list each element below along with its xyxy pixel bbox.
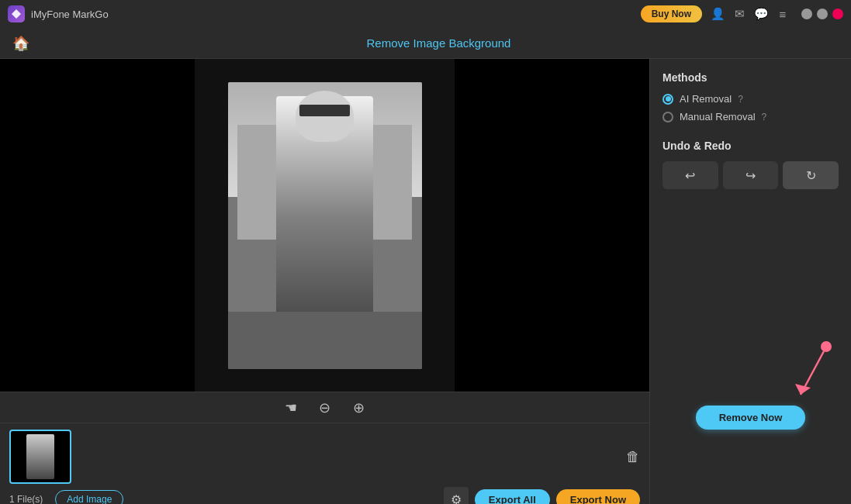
thumbnails-row: 🗑 — [9, 430, 640, 484]
ai-removal-radio-dot — [666, 96, 671, 102]
page-title: Remove Image Background — [39, 36, 839, 50]
hand-tool-button[interactable]: ☚ — [280, 397, 302, 419]
image-viewport — [0, 59, 649, 392]
add-image-button[interactable]: Add Image — [55, 490, 123, 504]
ai-removal-label: AI Removal — [680, 93, 732, 105]
chat-icon[interactable]: 💬 — [753, 7, 769, 21]
app-logo — [8, 5, 25, 22]
remove-now-area: Remove Now — [650, 393, 851, 442]
thumbnail-item[interactable] — [9, 430, 71, 484]
methods-title: Methods — [662, 71, 839, 84]
export-now-button[interactable]: Export Now — [556, 489, 640, 505]
window-controls — [801, 9, 843, 19]
manual-removal-label: Manual Removal — [680, 111, 756, 123]
close-button[interactable] — [832, 9, 843, 19]
manual-removal-option[interactable]: Manual Removal ? — [662, 111, 839, 123]
right-panel: Methods AI Removal ? Manual Removal ? Un… — [649, 59, 851, 504]
svg-line-2 — [801, 351, 824, 395]
buy-now-button[interactable]: Buy Now — [641, 5, 702, 22]
trash-icon: 🗑 — [626, 449, 640, 464]
undo-redo-section: Undo & Redo ↩ ↪ ↻ — [662, 140, 839, 189]
manual-removal-help-icon[interactable]: ? — [762, 112, 767, 123]
ai-removal-radio[interactable] — [662, 94, 673, 105]
redo-icon: ↪ — [745, 168, 756, 183]
undo-redo-title: Undo & Redo — [662, 140, 839, 152]
maximize-button[interactable] — [817, 9, 828, 19]
zoom-out-button[interactable]: ⊖ — [314, 397, 336, 419]
crowd-layer — [228, 312, 422, 369]
main-image — [228, 82, 422, 369]
left-black-panel — [0, 59, 195, 392]
minimize-button[interactable] — [801, 9, 812, 19]
person-head — [296, 91, 354, 143]
ai-removal-help-icon[interactable]: ? — [738, 94, 743, 105]
home-icon[interactable]: 🏠 — [12, 35, 29, 52]
title-icons: 👤 ✉ 💬 ≡ — [710, 7, 843, 21]
thumbnail-image — [26, 434, 54, 479]
undo-redo-buttons: ↩ ↪ ↻ — [662, 161, 839, 189]
svg-point-1 — [821, 341, 832, 352]
settings-icon: ⚙ — [451, 492, 462, 505]
user-icon[interactable]: 👤 — [710, 7, 725, 21]
refresh-button[interactable]: ↻ — [783, 161, 839, 189]
menu-icon[interactable]: ≡ — [775, 8, 790, 21]
undo-button[interactable]: ↩ — [662, 161, 718, 189]
remove-now-button[interactable]: Remove Now — [696, 406, 806, 430]
app-name: iMyFone MarkGo — [31, 9, 641, 20]
mail-icon[interactable]: ✉ — [732, 7, 747, 21]
bottom-area: 🗑 1 File(s) Add Image ⚙ Export All Expor… — [0, 423, 649, 504]
right-black-panel — [455, 59, 649, 392]
settings-button[interactable]: ⚙ — [444, 487, 469, 504]
redo-button[interactable]: ↪ — [723, 161, 779, 189]
image-controls: ☚ ⊖ ⊕ — [0, 392, 649, 423]
main-content: ☚ ⊖ ⊕ 🗑 1 File(s) Add Image — [0, 59, 851, 504]
delete-file-button[interactable]: 🗑 — [626, 449, 640, 465]
left-actions: 1 File(s) Add Image — [9, 490, 123, 504]
title-bar: iMyFone MarkGo Buy Now 👤 ✉ 💬 ≡ — [0, 0, 851, 28]
export-all-button[interactable]: Export All — [475, 489, 550, 505]
bottom-right-actions: ⚙ Export All Export Now — [444, 487, 640, 504]
manual-removal-radio[interactable] — [662, 112, 673, 123]
refresh-icon: ↻ — [806, 168, 816, 183]
svg-marker-0 — [12, 9, 21, 19]
canvas-area: ☚ ⊖ ⊕ 🗑 1 File(s) Add Image — [0, 59, 649, 504]
file-count: 1 File(s) — [9, 494, 43, 504]
toolbar: 🏠 Remove Image Background — [0, 28, 851, 59]
undo-icon: ↩ — [685, 168, 695, 183]
zoom-in-button[interactable]: ⊕ — [348, 397, 370, 419]
person-glasses — [299, 105, 350, 116]
actions-row: 1 File(s) Add Image ⚙ Export All Export … — [9, 484, 640, 504]
ai-removal-option[interactable]: AI Removal ? — [662, 93, 839, 105]
